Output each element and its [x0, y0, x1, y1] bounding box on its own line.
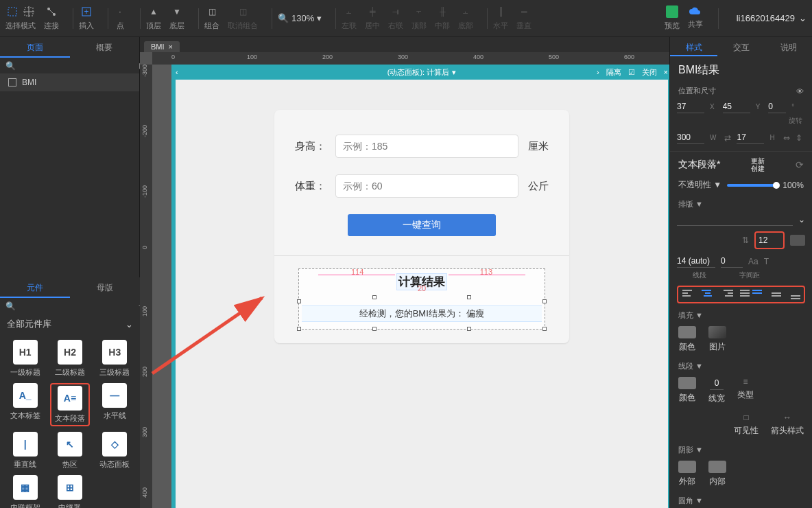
fill-image-swatch[interactable]	[708, 326, 726, 338]
search-icon[interactable]: 🔍	[5, 61, 15, 71]
weight-input[interactable]	[335, 174, 518, 198]
rotate-input[interactable]	[768, 100, 786, 113]
nav-next-icon[interactable]: ›	[597, 68, 599, 76]
valign-bottom-btn[interactable]	[791, 290, 803, 299]
align-center-btn[interactable]	[702, 290, 714, 299]
page-tree-item[interactable]: BMI	[0, 73, 139, 91]
shadow-toggle[interactable]: 阴影 ▼	[678, 445, 703, 455]
canvas[interactable]: ‹ (动态面板): 计算后 ▾ › 隔离 ☑ 关闭 × 身高： 厘米 体重：	[152, 65, 669, 508]
connect-group[interactable]: 连接	[44, 5, 59, 31]
align-left-btn[interactable]	[682, 290, 695, 299]
lib-item-label: 水平线	[104, 411, 126, 421]
bottom-layer[interactable]: ▼底层	[169, 5, 184, 31]
lib-item-5[interactable]: —水平线	[95, 383, 134, 426]
tab-notes[interactable]: 说明	[765, 37, 812, 56]
lib-item-0[interactable]: H1一级标题	[5, 340, 45, 378]
lib-item-6[interactable]: |垂直线	[5, 432, 45, 470]
isolate-button[interactable]: 隔离	[606, 67, 621, 78]
query-button[interactable]: 一键查询	[348, 214, 496, 236]
typography-toggle[interactable]: 排版 ▼	[678, 199, 703, 209]
tab-interact[interactable]: 交互	[717, 37, 765, 56]
fill-toggle[interactable]: 填充 ▼	[678, 310, 703, 321]
w-input[interactable]	[677, 131, 704, 144]
flip-v-icon[interactable]: ⇕	[796, 133, 802, 143]
lib-item-1[interactable]: H2二级标题	[50, 340, 89, 378]
visibility-eye-icon[interactable]: 👁	[796, 87, 804, 95]
zoom-select[interactable]: 🔍130% ▾	[278, 13, 322, 23]
shadow-outer-swatch[interactable]	[678, 461, 696, 473]
lib-item-4[interactable]: A≡文本段落	[50, 383, 89, 426]
lib-item-8[interactable]: ◇动态面板	[95, 432, 134, 470]
border-visibility-icon[interactable]: □	[743, 413, 748, 422]
stroke-color-swatch[interactable]	[678, 377, 696, 389]
stroke-width-input[interactable]	[710, 377, 724, 390]
insert-group[interactable]: + 插入	[79, 5, 94, 31]
lib-search-input[interactable]	[19, 301, 134, 311]
close-icon[interactable]: ×	[169, 43, 173, 51]
valign-middle-btn[interactable]	[772, 290, 784, 299]
font-family-select[interactable]	[677, 213, 793, 226]
text-options-icon[interactable]: T	[764, 257, 769, 266]
arrow-style-icon[interactable]: ↔	[783, 413, 791, 422]
result-selection[interactable]: 114 113 计算结果 20 经检测，您的BMI结果为： 偏瘦	[298, 268, 545, 330]
stroke-type-icon[interactable]: ≡	[743, 377, 748, 386]
flip-h-icon[interactable]: ⇔	[783, 133, 790, 143]
point-group[interactable]: ·点	[114, 5, 126, 31]
y-input[interactable]	[723, 100, 750, 113]
font-weight-stepper[interactable]: ⇅	[742, 235, 749, 245]
opacity-toggle[interactable]: 不透明性 ▼	[678, 179, 721, 191]
search-icon[interactable]: 🔍	[5, 301, 15, 311]
font-size-input[interactable]	[759, 234, 780, 246]
valign-top-btn[interactable]	[752, 290, 765, 299]
select-crosshair-icon[interactable]	[23, 5, 35, 18]
lib-item-9[interactable]: ▦内联框架	[5, 475, 45, 508]
x-input[interactable]	[677, 100, 704, 113]
shadow-inner-swatch[interactable]	[708, 461, 726, 473]
library-selector[interactable]: 全部元件库⌄	[0, 314, 140, 334]
lib-item-3[interactable]: A_文本标签	[5, 383, 45, 426]
lib-item-10[interactable]: ⊞中继器	[50, 475, 89, 508]
element-name[interactable]: BMI结果	[670, 56, 812, 82]
preview-button[interactable]: 预览	[665, 5, 680, 31]
opacity-slider[interactable]	[727, 184, 777, 187]
group-btn[interactable]: ◫组合	[204, 5, 219, 31]
select-mode-group[interactable]: 选择模式	[5, 5, 36, 31]
tab-masters[interactable]: 母版	[70, 277, 140, 298]
tab-pages[interactable]: 页面	[0, 37, 70, 58]
text-style-icon[interactable]: ⟳	[796, 159, 804, 170]
font-size-highlight	[754, 231, 785, 249]
letter-spacing-input[interactable]	[721, 255, 743, 268]
close-icon[interactable]: ×	[664, 68, 668, 76]
document-tab[interactable]: BMI×	[144, 41, 180, 52]
align-right-btn[interactable]	[721, 290, 733, 299]
fill-color-swatch[interactable]	[678, 326, 696, 338]
height-unit: 厘米	[528, 140, 549, 153]
height-label: 身高：	[295, 140, 326, 153]
chevron-down-icon[interactable]: ⌄	[798, 215, 805, 224]
isolate-check-icon[interactable]: ☑	[628, 68, 635, 77]
tab-components[interactable]: 元件	[0, 277, 70, 298]
share-button[interactable]: 共享	[688, 7, 703, 30]
height-input[interactable]	[335, 135, 518, 158]
font-color-swatch[interactable]	[790, 235, 805, 246]
lock-aspect-icon[interactable]: ⇄	[724, 133, 731, 143]
dynamic-panel-header: ‹ (动态面板): 计算后 ▾ › 隔离 ☑ 关闭 ×	[171, 65, 669, 80]
top-layer[interactable]: ▲顶层	[146, 5, 161, 31]
text-case-icon[interactable]: Aa	[748, 257, 759, 266]
page-search-input[interactable]	[19, 60, 134, 71]
stroke-toggle[interactable]: 线段 ▼	[678, 361, 703, 371]
radius-toggle[interactable]: 圆角 ▼	[678, 496, 703, 506]
select-rect-icon[interactable]	[6, 5, 19, 18]
close-panel-button[interactable]: 关闭	[642, 67, 657, 78]
h-input[interactable]	[737, 131, 764, 144]
canvas-area: BMI× 0100200300400500600700800900 -300-2…	[140, 37, 669, 508]
align-justify-btn[interactable]	[740, 290, 752, 299]
tab-style[interactable]: 样式	[670, 37, 717, 56]
user-menu[interactable]: li16620164429⌄	[737, 13, 807, 23]
lib-item-7[interactable]: ↖热区	[50, 432, 89, 470]
lib-item-2[interactable]: H3三级标题	[95, 340, 134, 378]
tab-outline[interactable]: 概要	[70, 37, 140, 58]
nav-prev-icon[interactable]: ‹	[176, 68, 178, 76]
line-height-input[interactable]	[677, 255, 715, 268]
lib-item-label: 一级标题	[10, 367, 40, 378]
